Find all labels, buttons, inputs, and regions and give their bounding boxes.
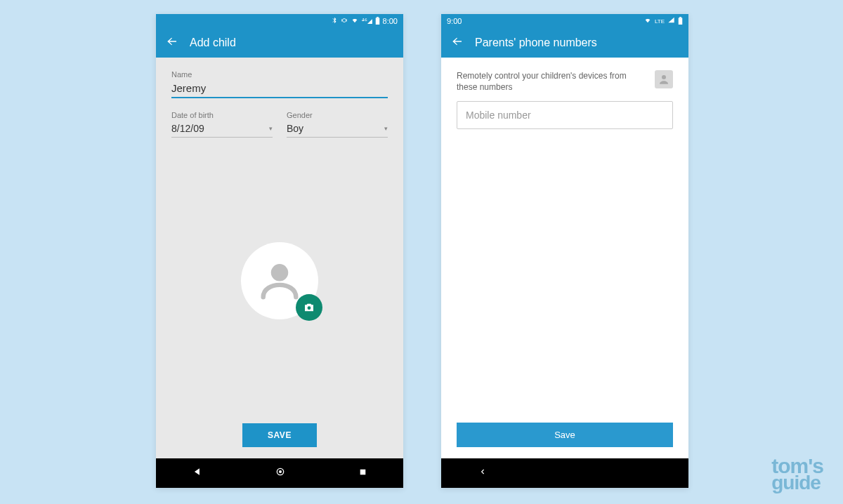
status-bar: ⁴⁶◢ 8:00 (156, 14, 403, 28)
svg-rect-1 (375, 18, 379, 25)
clock-text: 8:00 (383, 17, 398, 25)
avatar-area (171, 138, 388, 423)
mobile-number-input[interactable] (457, 101, 673, 129)
form-content: Name Date of birth 8/12/09 ▾ Gender Boy … (156, 58, 403, 458)
name-label: Name (171, 70, 388, 79)
bluetooth-icon (331, 17, 338, 25)
chevron-down-icon: ▾ (269, 125, 273, 132)
back-arrow-icon[interactable] (451, 35, 464, 51)
app-bar: Add child (156, 28, 403, 58)
svg-point-10 (662, 75, 666, 79)
back-arrow-icon[interactable] (166, 35, 178, 51)
signal-icon: ⁴⁶◢ (362, 18, 372, 25)
nav-home-button[interactable] (275, 466, 286, 480)
camera-icon (303, 301, 315, 314)
watermark-logo: tom's guide (771, 457, 823, 491)
info-text: Remotely control your children's devices… (457, 70, 648, 93)
chevron-down-icon: ▾ (384, 125, 388, 132)
save-button[interactable]: SAVE (242, 423, 317, 447)
dob-dropdown[interactable]: 8/12/09 ▾ (171, 121, 273, 138)
dob-value: 8/12/09 (171, 123, 204, 134)
dob-label: Date of birth (171, 111, 273, 119)
svg-rect-2 (377, 17, 379, 18)
status-bar: 9:00 LTE (441, 14, 688, 28)
nav-back-button[interactable] (192, 467, 202, 479)
form-content: Remotely control your children's devices… (441, 58, 688, 458)
person-icon (255, 256, 304, 305)
svg-point-6 (279, 470, 282, 473)
square-recent-icon (358, 467, 367, 477)
android-nav-bar (156, 458, 403, 488)
wifi-icon (351, 17, 359, 25)
gender-field-group: Gender Boy ▾ (287, 111, 388, 138)
svg-point-0 (342, 19, 346, 22)
app-bar: Parents' phone numbers (441, 28, 688, 58)
dob-gender-row: Date of birth 8/12/09 ▾ Gender Boy ▾ (171, 111, 388, 138)
dob-field-group: Date of birth 8/12/09 ▾ (171, 111, 273, 138)
svg-rect-8 (679, 18, 683, 25)
watermark-line2: guide (771, 475, 823, 491)
phone-right-parents-phone: 9:00 LTE Parents' phone numbers Remotely… (441, 14, 688, 488)
lte-text: LTE (655, 18, 665, 25)
spacer (457, 129, 673, 423)
nav-recent-button[interactable] (358, 467, 367, 479)
wifi-icon (643, 17, 652, 25)
android-nav-bar (441, 458, 688, 488)
triangle-back-icon (192, 467, 202, 477)
battery-icon (375, 17, 380, 26)
chevron-left-icon (480, 467, 486, 477)
page-title: Add child (190, 37, 236, 49)
avatar-placeholder (241, 242, 318, 319)
gender-label: Gender (287, 111, 388, 119)
circle-home-icon (275, 466, 286, 477)
vibrate-icon (341, 17, 348, 25)
svg-rect-9 (679, 17, 681, 18)
nav-back-button[interactable] (480, 467, 486, 479)
svg-point-3 (271, 264, 289, 281)
page-title: Parents' phone numbers (475, 37, 597, 49)
battery-icon (678, 17, 683, 26)
gender-dropdown[interactable]: Boy ▾ (287, 121, 388, 138)
svg-point-4 (308, 306, 311, 310)
person-icon (655, 70, 673, 88)
signal-icon (667, 17, 675, 25)
svg-rect-7 (360, 470, 365, 475)
info-row: Remotely control your children's devices… (457, 70, 673, 93)
gender-value: Boy (287, 123, 303, 134)
name-input[interactable] (171, 81, 388, 98)
name-field-group: Name (171, 70, 388, 98)
phone-left-add-child: ⁴⁶◢ 8:00 Add child Name Date of birth 8/… (156, 14, 403, 488)
camera-fab[interactable] (296, 294, 322, 321)
clock-text: 9:00 (447, 17, 462, 25)
save-button[interactable]: Save (457, 423, 673, 447)
